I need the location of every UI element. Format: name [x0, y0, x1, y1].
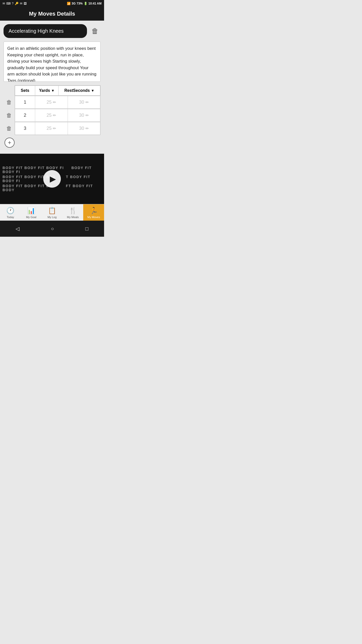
exercise-name-label: Accelerating High Knees — [9, 28, 64, 34]
row-1-set: 1 — [15, 96, 35, 109]
today-icon: 🕐 — [6, 207, 14, 215]
nav-today[interactable]: 🕐 Today — [0, 204, 21, 221]
bottom-nav: 🕐 Today 📊 My Goal 📋 My Log 🍴 My Meals 🏃 … — [0, 204, 104, 221]
status-icons: ✉ ⌨ ? 🔑 ✉ 🖼 — [3, 2, 27, 5]
meals-icon: 🍴 — [69, 207, 77, 215]
key-icon: 🔑 — [15, 2, 19, 5]
wifi-icon: 📶 — [67, 2, 71, 5]
exercise-description-box: Get in an athletic position with your kn… — [4, 42, 101, 82]
rest-dropdown-arrow[interactable]: ▼ — [91, 89, 95, 93]
delete-row-2-button[interactable]: 🗑 — [4, 112, 15, 119]
row-2-rest-value: 30 — [79, 113, 84, 118]
table-rows-container: 🗑 1 25 ✏ 30 — [4, 96, 101, 135]
mail2-icon: ✉ — [20, 2, 22, 5]
nav-my-log-label: My Log — [48, 216, 57, 219]
signal-label: 3G — [72, 2, 76, 5]
goal-icon: 📊 — [27, 207, 35, 215]
nav-my-goal-label: My Goal — [26, 216, 36, 219]
plus-icon: + — [8, 139, 11, 146]
recent-apps-button[interactable]: □ — [80, 224, 93, 234]
yards-dropdown-arrow[interactable]: ▼ — [51, 89, 55, 93]
page-header: My Moves Details — [0, 7, 104, 21]
android-nav-bar: ◁ ○ □ — [0, 221, 104, 237]
trash-row1-icon: 🗑 — [6, 99, 12, 106]
status-right: 📶 3G 73% 🔋 10:41 AM — [67, 2, 102, 5]
row-1-table: 1 25 ✏ 30 ✏ — [15, 96, 100, 109]
row-2-rest-edit[interactable]: ✏ — [85, 113, 89, 117]
row-3-table: 3 25 ✏ 30 ✏ — [15, 122, 100, 135]
video-section[interactable]: BODY FIT BODY FIT BODY FI BODY FIT BODY … — [0, 154, 104, 204]
sets-table-section: Sets Yards ▼ RestSeconds ▼ — [4, 85, 101, 148]
col-rest-header[interactable]: RestSeconds ▼ — [59, 86, 100, 96]
row-2-table: 2 25 ✏ 30 ✏ — [15, 109, 100, 122]
mail-icon: ✉ — [3, 2, 5, 5]
main-content: Accelerating High Knees 🗑 Get in an athl… — [0, 21, 104, 154]
sets-table-header: Sets Yards ▼ RestSeconds ▼ — [15, 86, 100, 96]
row-3-yards-edit[interactable]: ✏ — [53, 126, 56, 131]
nav-today-label: Today — [7, 216, 14, 219]
nav-my-moves[interactable]: 🏃 My Moves — [83, 204, 104, 221]
row-1-yards-value: 25 — [47, 100, 52, 105]
row-2-yards-cell: 25 ✏ — [35, 109, 68, 122]
exercise-description-text: Get in an athletic position with your kn… — [7, 46, 96, 82]
table-row: 🗑 1 25 ✏ 30 — [4, 96, 101, 109]
question-icon: ? — [12, 2, 14, 5]
row-3-yards-value: 25 — [47, 126, 52, 131]
col-yards-header: Yards ▼ — [35, 86, 59, 96]
exercise-name-row: Accelerating High Knees 🗑 — [4, 24, 101, 38]
row-3-set: 3 — [15, 122, 35, 135]
battery-icon: 🔋 — [84, 2, 87, 5]
nav-my-goal[interactable]: 📊 My Goal — [21, 204, 42, 221]
page-title: My Moves Details — [29, 11, 75, 17]
row-3-rest-value: 30 — [79, 126, 84, 131]
row-1-rest-cell: 30 ✏ — [68, 96, 100, 109]
nav-my-meals-label: My Meals — [67, 216, 79, 219]
row-1-yards-cell: 25 ✏ — [35, 96, 68, 109]
row-2-rest-cell: 30 ✏ — [68, 109, 100, 122]
nav-my-log[interactable]: 📋 My Log — [42, 204, 63, 221]
battery-label: 73% — [77, 2, 83, 5]
image-icon: 🖼 — [24, 2, 27, 5]
col-sets-header: Sets — [15, 86, 35, 96]
status-bar: ✉ ⌨ ? 🔑 ✉ 🖼 📶 3G 73% 🔋 10:41 AM — [0, 0, 104, 7]
moves-icon: 🏃 — [90, 207, 98, 215]
table-row: 🗑 2 25 ✏ 30 — [4, 109, 101, 122]
back-button[interactable]: ◁ — [11, 224, 24, 234]
row-2-yards-edit[interactable]: ✏ — [53, 113, 56, 117]
delete-row-3-button[interactable]: 🗑 — [4, 125, 15, 132]
keyboard-icon: ⌨ — [6, 2, 11, 5]
trash-row2-icon: 🗑 — [6, 112, 12, 119]
nav-my-meals[interactable]: 🍴 My Meals — [62, 204, 83, 221]
home-button[interactable]: ○ — [46, 224, 59, 234]
time-label: 10:41 AM — [88, 2, 102, 5]
exercise-name-box: Accelerating High Knees — [4, 24, 87, 38]
nav-my-moves-label: My Moves — [87, 216, 100, 219]
play-button[interactable]: ▶ — [43, 170, 61, 188]
row-3-rest-edit[interactable]: ✏ — [85, 126, 89, 131]
row-1-rest-edit[interactable]: ✏ — [85, 100, 89, 104]
row-3-rest-cell: 30 ✏ — [68, 122, 100, 135]
row-1-yards-edit[interactable]: ✏ — [53, 100, 56, 104]
play-icon: ▶ — [50, 174, 56, 184]
row-1-rest-value: 30 — [79, 100, 84, 105]
trash-icon: 🗑 — [92, 27, 99, 35]
row-3-yards-cell: 25 ✏ — [35, 122, 68, 135]
trash-row3-icon: 🗑 — [6, 125, 12, 132]
row-2-set: 2 — [15, 109, 35, 122]
row-2-yards-value: 25 — [47, 113, 52, 118]
add-row-button[interactable]: + — [5, 138, 15, 148]
delete-row-1-button[interactable]: 🗑 — [4, 99, 15, 106]
log-icon: 📋 — [48, 207, 56, 215]
table-row: 🗑 3 25 ✏ 30 — [4, 122, 101, 135]
delete-exercise-button[interactable]: 🗑 — [89, 25, 101, 37]
